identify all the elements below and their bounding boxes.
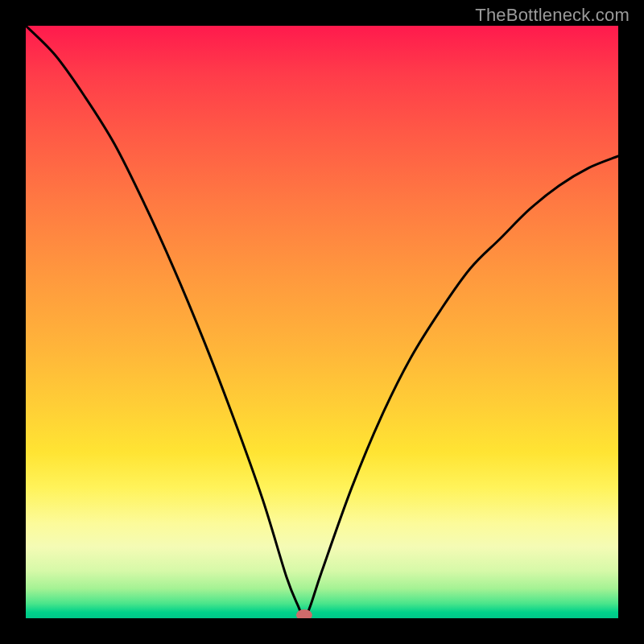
chart-frame: TheBottleneck.com bbox=[0, 0, 644, 644]
curve-svg bbox=[26, 26, 618, 618]
bottleneck-curve bbox=[26, 26, 618, 618]
plot-area bbox=[26, 26, 618, 618]
watermark-text: TheBottleneck.com bbox=[475, 5, 630, 26]
